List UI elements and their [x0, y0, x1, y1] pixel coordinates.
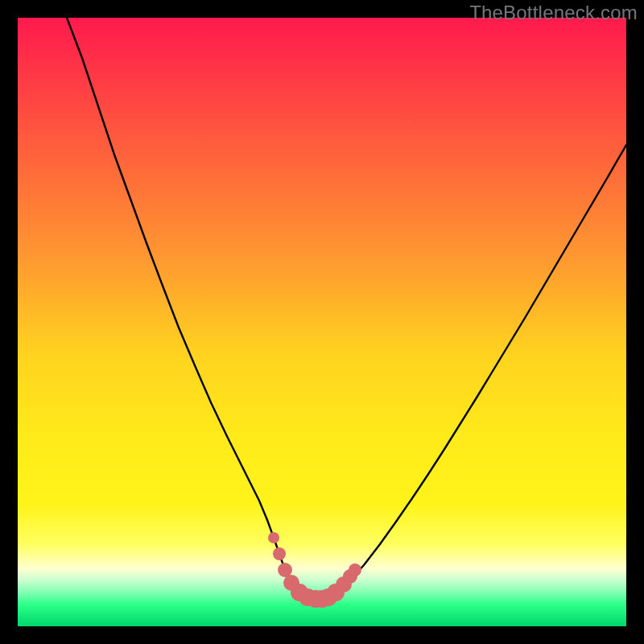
watermark-text: TheBottleneck.com [469, 2, 638, 24]
curve-marker [349, 564, 361, 576]
plot-area [18, 18, 626, 626]
gradient-background [18, 18, 626, 626]
curve-marker [273, 547, 286, 560]
chart-svg [18, 18, 626, 626]
curve-marker [268, 532, 279, 543]
chart-frame: TheBottleneck.com [0, 0, 644, 644]
